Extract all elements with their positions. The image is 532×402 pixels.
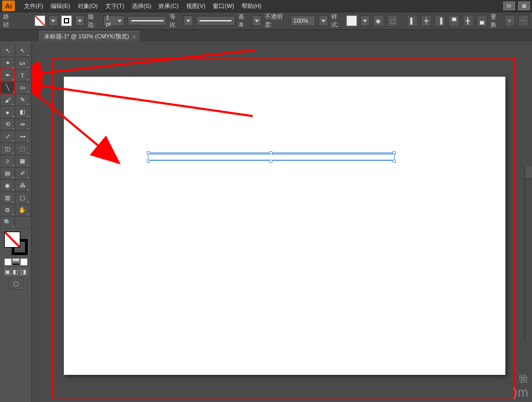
eraser-tool[interactable]: ◧	[15, 106, 30, 118]
opacity-label[interactable]: 不透明度:	[265, 13, 288, 29]
panel-tab-stub[interactable]	[525, 166, 532, 179]
align-vcenter[interactable]: ╋	[463, 15, 473, 27]
profile-label-2: 基本	[238, 13, 249, 29]
color-mode-solid[interactable]	[4, 258, 12, 266]
document-tab[interactable]: 未标题-1* @ 150% (CMYK/预览) ×	[39, 31, 140, 42]
lasso-tool[interactable]: ᔕ	[15, 57, 30, 69]
line-tool[interactable]: ╲	[0, 81, 15, 94]
rotate-tool[interactable]: ⟲	[0, 118, 15, 130]
style-label: 样式:	[331, 13, 344, 29]
watermark: 验 )m	[513, 372, 529, 400]
perspective-tool[interactable]: ◊	[0, 155, 15, 167]
slice-tool[interactable]: ⧉	[0, 204, 15, 216]
more-button[interactable]: ⋯	[518, 15, 529, 27]
draw-behind[interactable]: ◧	[12, 268, 20, 275]
arrange-docs-button[interactable]: ▦	[518, 2, 530, 10]
menu-file[interactable]: 文件(F)	[20, 2, 47, 10]
style-dd[interactable]	[360, 15, 370, 26]
stroke-dropdown[interactable]	[75, 15, 85, 26]
align-hcenter[interactable]: ┿	[421, 15, 431, 27]
blend-tool[interactable]: ◉	[0, 179, 15, 192]
document-tab-bar: 未标题-1* @ 150% (CMYK/预览) ×	[0, 30, 532, 42]
isolate-button[interactable]: ✧	[504, 15, 515, 27]
menu-effect[interactable]: 效果(C)	[155, 2, 182, 10]
canvas-area[interactable]	[32, 42, 524, 402]
style-swatch[interactable]	[346, 15, 357, 26]
control-bar: 路径 描边: 1 pt 等比 基本 不透明度: 100% 样式: ◉ ⬚ ▌ ┿…	[0, 12, 532, 30]
width-tool[interactable]: ⊶	[15, 130, 30, 143]
opacity-input[interactable]: 100%	[290, 15, 315, 26]
color-mode-gradient[interactable]	[12, 258, 20, 266]
type-tool[interactable]: T	[15, 69, 30, 81]
pen-tool[interactable]: ✒	[0, 69, 15, 81]
opacity-dd[interactable]	[319, 15, 328, 26]
align-panel-button[interactable]: ⬚	[387, 15, 398, 27]
align-right[interactable]: ▐	[435, 15, 445, 27]
mesh-tool[interactable]: ▦	[15, 155, 30, 167]
stroke-weight-input[interactable]: 1 pt	[103, 15, 124, 26]
menu-object[interactable]: 对象(O)	[74, 2, 102, 10]
align-top[interactable]: ▀	[448, 15, 459, 27]
screen-modes: ▣ ◧ ◨	[0, 268, 31, 275]
column-graph-tool[interactable]: ▥	[0, 192, 15, 204]
screen-mode-button[interactable]: ▢	[9, 277, 23, 290]
color-mode-none[interactable]	[20, 258, 28, 266]
profile-label-1: 等比	[170, 13, 180, 29]
app-logo: Ai	[2, 1, 15, 11]
shape-builder-tool[interactable]: ⬚	[15, 143, 30, 155]
color-modes	[0, 258, 31, 266]
fill-color-indicator[interactable]	[4, 232, 20, 248]
direct-select-tool[interactable]: ↖	[15, 45, 30, 57]
selection-tool[interactable]: ↖	[0, 45, 15, 57]
brush-def[interactable]	[196, 16, 235, 26]
transform-label[interactable]: 变换	[491, 13, 501, 29]
menu-type[interactable]: 文字(T)	[102, 2, 128, 10]
gradient-tool[interactable]: ▤	[0, 167, 15, 179]
fill-swatch[interactable]	[35, 15, 45, 26]
blob-brush-tool[interactable]: ●	[0, 106, 15, 118]
scale-tool[interactable]: ⤢	[0, 130, 15, 143]
menu-window[interactable]: 窗口(W)	[209, 2, 238, 10]
menu-help[interactable]: 帮助(H)	[238, 2, 265, 10]
eyedropper-tool[interactable]: ✐	[15, 167, 30, 179]
draw-inside[interactable]: ◨	[20, 268, 28, 275]
tab-close-button[interactable]: ×	[132, 34, 136, 40]
rectangle-tool[interactable]: ▭	[15, 81, 30, 94]
zoom-tool[interactable]: 🔍	[0, 216, 15, 228]
main-area: ↖↖✦ᔕ✒T╲▭🖌✎●◧⟲⇔⤢⊶◫⬚◊▦▤✐◉⁂▥▢⧉✋🔍 ▣ ◧ ◨ ▢	[0, 42, 532, 402]
stroke-profile-uniform[interactable]	[128, 16, 167, 26]
menu-bar: Ai 文件(F) 编辑(E) 对象(O) 文字(T) 选择(S) 效果(C) 视…	[0, 0, 532, 12]
tab-title: 未标题-1* @ 150% (CMYK/预览)	[44, 32, 129, 40]
symbol-spray-tool[interactable]: ⁂	[15, 179, 30, 192]
fill-stroke-indicator[interactable]	[4, 232, 28, 255]
fill-dropdown[interactable]	[48, 15, 58, 26]
artboard-tool[interactable]: ▢	[15, 192, 30, 204]
reflect-tool[interactable]: ⇔	[15, 118, 30, 130]
free-transform-tool[interactable]: ◫	[0, 143, 15, 155]
menu-view[interactable]: 视图(V)	[182, 2, 210, 10]
draw-normal[interactable]: ▣	[4, 268, 12, 275]
selection-type-label: 路径	[3, 13, 14, 29]
magic-wand-tool[interactable]: ✦	[0, 57, 15, 69]
tool-empty	[15, 216, 30, 228]
pencil-tool[interactable]: ✎	[15, 94, 30, 106]
hand-tool[interactable]: ✋	[15, 204, 30, 216]
menu-edit[interactable]: 编辑(E)	[47, 2, 74, 10]
align-left[interactable]: ▌	[407, 15, 418, 27]
right-panel-stub	[525, 166, 532, 342]
align-bottom[interactable]: ▄	[477, 15, 487, 27]
bridge-button[interactable]: Br	[503, 2, 515, 10]
recolor-button[interactable]: ◉	[373, 15, 384, 27]
profile-dd-1[interactable]	[184, 15, 193, 26]
menu-select[interactable]: 选择(S)	[128, 2, 155, 10]
stroke-swatch[interactable]	[61, 15, 72, 26]
artboard[interactable]	[64, 77, 505, 375]
paintbrush-tool[interactable]: 🖌	[0, 94, 15, 106]
stroke-label: 描边:	[88, 13, 100, 29]
tool-panel: ↖↖✦ᔕ✒T╲▭🖌✎●◧⟲⇔⤢⊶◫⬚◊▦▤✐◉⁂▥▢⧉✋🔍 ▣ ◧ ◨ ▢	[0, 42, 32, 402]
brush-dd[interactable]	[252, 15, 262, 26]
